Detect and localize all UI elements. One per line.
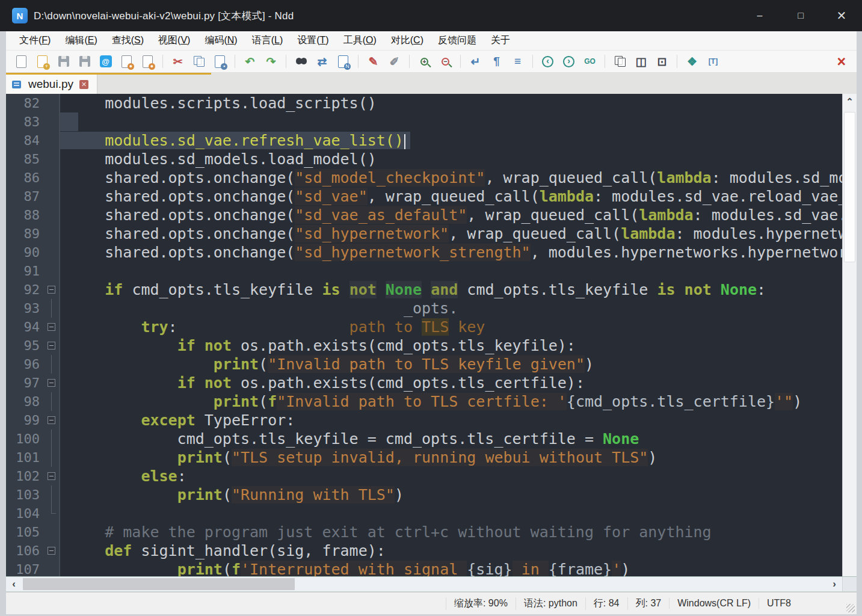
code-text[interactable]: except TypeError: <box>60 411 842 430</box>
code-text[interactable]: _opts. <box>60 299 842 318</box>
fold-toggle-icon[interactable] <box>45 336 60 355</box>
edit-mode-icon[interactable]: @ <box>96 53 115 70</box>
code-text[interactable]: modules.scripts.load_scripts() <box>60 94 842 112</box>
code-line-107[interactable]: 107 print(f'Interrupted with signal {sig… <box>6 560 842 576</box>
code-text[interactable]: print(f"Invalid path to TLS certfile: '{… <box>60 392 842 411</box>
horizontal-scrollbar[interactable]: ‹ › <box>6 576 857 592</box>
fold-toggle-icon[interactable] <box>45 467 60 485</box>
code-text[interactable]: # make the program just exit at ctrl+c w… <box>60 523 842 541</box>
new-file-icon[interactable] <box>11 53 31 70</box>
paste-icon[interactable]: ▪ <box>210 53 230 70</box>
tab-webui-py[interactable]: webui.py ✕ <box>6 75 97 94</box>
menu-item-工具[interactable]: 工具(O) <box>336 32 384 49</box>
code-line-105[interactable]: 105 # make the program just exit at ctrl… <box>6 523 842 541</box>
code-text[interactable]: if not os.path.exists(cmd_opts.tls_keyfi… <box>60 336 842 355</box>
code-text[interactable] <box>60 262 842 280</box>
save-file-icon[interactable] <box>54 53 73 70</box>
code-line-95[interactable]: 95 if not os.path.exists(cmd_opts.tls_ke… <box>6 336 842 355</box>
save-all-icon[interactable] <box>75 53 94 70</box>
menu-item-编辑[interactable]: 编辑(E) <box>58 32 104 49</box>
code-line-92[interactable]: 92 if cmd_opts.tls_keyfile is not None a… <box>6 280 842 299</box>
menu-item-文件[interactable]: 文件(F) <box>12 32 58 49</box>
code-text[interactable]: else: <box>60 467 842 485</box>
maximize-button[interactable]: □ <box>780 0 821 31</box>
minimize-button[interactable]: – <box>739 0 780 31</box>
code-text[interactable]: try: path to TLS key <box>60 318 842 336</box>
code-text[interactable]: print(f'Interrupted with signal {sig} in… <box>60 560 842 576</box>
scroll-right-arrow-icon[interactable]: › <box>827 577 842 591</box>
code-line-86[interactable]: 86 shared.opts.onchange("sd_model_checkp… <box>6 168 842 187</box>
compare-vertical-icon[interactable]: ◫ <box>631 53 651 70</box>
code-line-91[interactable]: 91 <box>6 262 842 280</box>
code-line-96[interactable]: 96 print("Invalid path to TLS keyfile gi… <box>6 355 842 374</box>
fold-toggle-icon[interactable] <box>45 318 60 336</box>
close-button[interactable]: ✕ <box>821 0 862 31</box>
cut-icon[interactable]: ✂ <box>168 53 188 70</box>
code-line-90[interactable]: 90 shared.opts.onchange("sd_hypernetwork… <box>6 243 842 262</box>
monitor-icon[interactable]: ⊡ <box>652 53 672 70</box>
code-text[interactable]: def sigint_handler(sig, frame): <box>60 541 842 560</box>
jump-prev-icon[interactable]: ‹ <box>538 53 558 70</box>
close-document-icon[interactable]: × <box>837 53 846 70</box>
find-in-files-icon[interactable]: N <box>333 53 353 70</box>
menu-item-设置[interactable]: 设置(T) <box>290 32 336 49</box>
code-line-101[interactable]: 101 print("TLS setup invalid, running we… <box>6 448 842 467</box>
code-line-87[interactable]: 87 shared.opts.onchange("sd_vae", wrap_q… <box>6 187 842 206</box>
plugin-icon[interactable]: ❖ <box>682 53 702 70</box>
fold-toggle-icon[interactable] <box>45 411 60 430</box>
undo-icon[interactable]: ↶ <box>240 53 260 70</box>
code-line-89[interactable]: 89 shared.opts.onchange("sd_hypernetwork… <box>6 224 842 243</box>
scroll-up-arrow-icon[interactable]: ⌃ <box>843 94 857 109</box>
code-text[interactable] <box>60 112 842 131</box>
mark-icon[interactable]: ✎ <box>363 53 383 70</box>
clear-marks-icon[interactable]: ✐ <box>384 53 404 70</box>
fold-toggle-icon[interactable] <box>45 374 60 392</box>
open-file-icon[interactable]: + <box>32 53 52 70</box>
horizontal-scroll-thumb[interactable] <box>23 578 295 590</box>
find-icon[interactable] <box>291 53 311 70</box>
jump-next-icon[interactable]: › <box>559 53 579 70</box>
code-text[interactable]: shared.opts.onchange("sd_model_checkpoin… <box>60 168 842 187</box>
menu-item-查找[interactable]: 查找(S) <box>105 32 151 49</box>
fold-toggle-icon[interactable] <box>45 541 60 560</box>
code-editor[interactable]: 82 modules.scripts.load_scripts()8384 mo… <box>6 94 842 576</box>
replace-icon[interactable]: ⇄ <box>312 53 332 70</box>
code-line-94[interactable]: 94 try: path to TLS key <box>6 318 842 336</box>
code-line-100[interactable]: 100 cmd_opts.tls_keyfile = cmd_opts.tls_… <box>6 430 842 448</box>
menu-item-语言[interactable]: 语言(L) <box>245 32 291 49</box>
code-line-88[interactable]: 88 shared.opts.onchange("sd_vae_as_defau… <box>6 206 842 224</box>
close-file-icon[interactable]: ● <box>117 53 137 70</box>
code-line-85[interactable]: 85 modules.sd_models.load_model() <box>6 150 842 168</box>
compare-icon[interactable] <box>610 53 630 70</box>
code-line-104[interactable]: 104 <box>6 504 842 523</box>
close-all-icon[interactable]: ● <box>138 53 158 70</box>
zoom-in-icon[interactable]: + <box>414 53 434 70</box>
code-line-98[interactable]: 98 print(f"Invalid path to TLS certfile:… <box>6 392 842 411</box>
scroll-left-arrow-icon[interactable]: ‹ <box>6 577 22 591</box>
code-text[interactable]: print("TLS setup invalid, running webui … <box>60 448 842 467</box>
word-wrap-icon[interactable]: ↵ <box>466 53 485 70</box>
goto-icon[interactable]: GO <box>580 53 600 70</box>
code-text[interactable]: shared.opts.onchange("sd_hypernetwork", … <box>60 224 842 243</box>
menu-item-编码[interactable]: 编码(N) <box>197 32 244 49</box>
code-text[interactable]: modules.sd_models.load_model() <box>60 150 842 168</box>
tab-close-icon[interactable]: ✕ <box>79 80 88 89</box>
menu-item-反馈问题[interactable]: 反馈问题 <box>431 32 484 49</box>
code-text[interactable]: print("Invalid path to TLS keyfile given… <box>60 355 842 374</box>
horizontal-scroll-track[interactable] <box>22 577 827 591</box>
code-line-82[interactable]: 82 modules.scripts.load_scripts() <box>6 94 842 112</box>
code-text[interactable]: modules.sd_vae.refresh_vae_list() <box>60 131 842 150</box>
text-mode-icon[interactable]: [T] <box>703 53 723 70</box>
code-line-106[interactable]: 106 def sigint_handler(sig, frame): <box>6 541 842 560</box>
zoom-out-icon[interactable]: − <box>436 53 455 70</box>
code-text[interactable]: shared.opts.onchange("sd_vae_as_default"… <box>60 206 842 224</box>
code-text[interactable]: if not os.path.exists(cmd_opts.tls_certf… <box>60 374 842 392</box>
vertical-scroll-thumb[interactable] <box>844 112 855 262</box>
copy-icon[interactable] <box>189 53 209 70</box>
code-text[interactable]: print("Running with TLS") <box>60 485 842 504</box>
menu-item-关于[interactable]: 关于 <box>484 32 517 49</box>
code-text[interactable]: shared.opts.onchange("sd_hypernetwork_st… <box>60 243 842 262</box>
code-line-84[interactable]: 84 modules.sd_vae.refresh_vae_list() <box>6 131 842 150</box>
vertical-scrollbar[interactable]: ⌃ <box>842 94 857 576</box>
redo-icon[interactable]: ↷ <box>261 53 281 70</box>
